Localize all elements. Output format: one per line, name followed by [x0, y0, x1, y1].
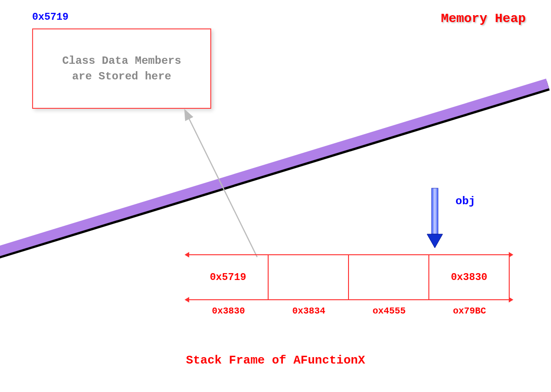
stack-address: 0x3830	[188, 306, 269, 316]
stack-address: ox4555	[349, 306, 429, 316]
heap-title: Memory Heap	[441, 11, 526, 26]
obj-variable-label: obj	[455, 195, 475, 207]
stack-address: ox79BC	[429, 306, 510, 316]
svg-rect-0	[432, 188, 438, 234]
stack-frame-title: Stack Frame of AFunctionX	[0, 353, 551, 367]
heap-box-line1: Class Data Members	[62, 55, 181, 67]
obj-arrow	[427, 188, 443, 248]
stack-address-labels: 0x3830 0x3834 ox4555 ox79BC	[188, 306, 510, 316]
heap-box-text: Class Data Members are Stored here	[62, 53, 181, 84]
stack-cell: 0x5719	[188, 255, 269, 299]
stack-frame: 0x5719 0x3830 0x3830 0x3834 ox4555 ox79B…	[188, 254, 510, 316]
stack-cell	[349, 255, 429, 299]
stack-address: 0x3834	[269, 306, 349, 316]
heap-address-label: 0x5719	[32, 11, 68, 23]
heap-box-line2: are Stored here	[72, 70, 171, 83]
stack-row: 0x5719 0x3830	[188, 254, 510, 300]
heap-object-box: Class Data Members are Stored here	[32, 28, 211, 109]
stack-cell: 0x3830	[429, 255, 510, 299]
stack-cell	[269, 255, 349, 299]
